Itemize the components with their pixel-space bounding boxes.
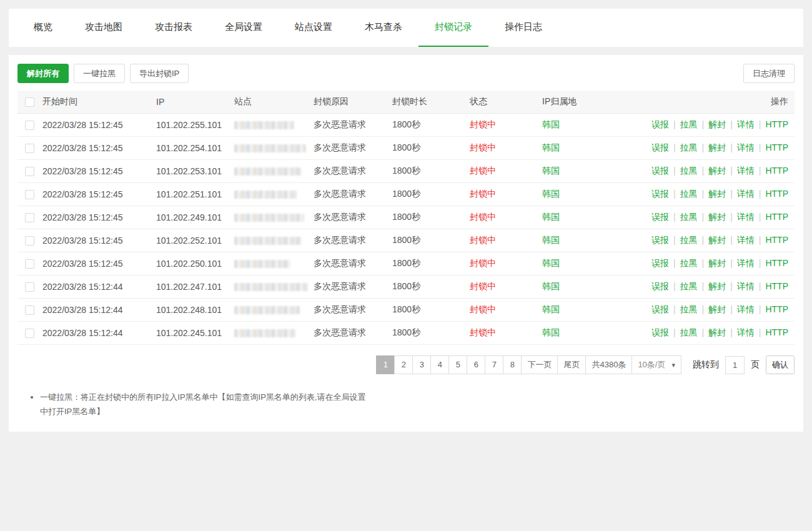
confirm-jump-button[interactable]: 确认 [766,355,795,374]
page-number-button[interactable]: 8 [503,355,522,374]
row-action-http[interactable]: HTTP [765,142,788,152]
row-action-http[interactable]: HTTP [765,304,788,314]
page-number-button[interactable]: 3 [412,355,431,374]
masked-site-name [234,260,290,268]
row-action-detail[interactable]: 详情 [737,281,755,291]
page-number-button[interactable]: 5 [448,355,467,374]
next-page-button[interactable]: 下一页 [521,355,558,374]
page-number-button[interactable]: 2 [394,355,413,374]
page-size-select[interactable]: 10条/页 ▾ [631,355,681,374]
log-clean-button[interactable]: 日志清理 [743,64,795,83]
blacklist-all-button[interactable]: 一键拉黑 [74,64,125,83]
row-action-blacklist[interactable]: 拉黑 [680,212,698,222]
row-action-http[interactable]: HTTP [765,189,788,199]
select-all-checkbox[interactable] [25,97,34,107]
row-action-detail[interactable]: 详情 [737,258,755,268]
tab-site-settings[interactable]: 站点设置 [279,9,349,47]
row-action-detail[interactable]: 详情 [737,189,755,199]
action-separator: | [669,119,680,129]
row-checkbox[interactable] [25,236,34,246]
row-ip-location: 韩国 [542,281,637,292]
row-ip: 101.202.255.101 [156,120,234,130]
row-checkbox[interactable] [25,305,34,315]
row-action-blacklist[interactable]: 拉黑 [680,327,698,337]
row-action-blacklist[interactable]: 拉黑 [680,142,698,152]
row-action-blacklist[interactable]: 拉黑 [680,281,698,291]
row-action-unblock[interactable]: 解封 [708,304,726,314]
page-number-group: 12345678 [377,355,522,374]
tab-operation-log[interactable]: 操作日志 [488,9,558,47]
row-action-http[interactable]: HTTP [765,281,788,291]
row-action-unblock[interactable]: 解封 [708,166,726,176]
table-row: 2022/03/28 15:12:45 101.202.253.101 多次恶意… [17,160,795,183]
row-action-blacklist[interactable]: 拉黑 [680,235,698,245]
unblock-all-button[interactable]: 解封所有 [17,64,69,83]
row-action-detail[interactable]: 详情 [737,212,755,222]
action-separator: | [755,166,766,176]
export-blocked-ip-button[interactable]: 导出封锁IP [130,64,189,83]
row-checkbox-cell [17,282,42,292]
row-action-blacklist[interactable]: 拉黑 [680,258,698,268]
tab-attack-report[interactable]: 攻击报表 [139,9,209,47]
row-action-misreport[interactable]: 误报 [651,235,669,245]
row-action-detail[interactable]: 详情 [737,119,755,129]
row-action-detail[interactable]: 详情 [737,142,755,152]
page-number-button[interactable]: 6 [467,355,485,374]
row-action-unblock[interactable]: 解封 [708,281,726,291]
page-number-button[interactable]: 1 [376,355,395,374]
row-site [234,329,314,337]
row-action-blacklist[interactable]: 拉黑 [680,304,698,314]
row-checkbox[interactable] [25,259,34,269]
row-checkbox[interactable] [25,190,34,199]
row-action-misreport[interactable]: 误报 [651,166,669,176]
row-action-misreport[interactable]: 误报 [651,281,669,291]
row-action-detail[interactable]: 详情 [737,327,755,337]
row-checkbox[interactable] [25,282,34,292]
row-action-unblock[interactable]: 解封 [708,212,726,222]
tab-global-settings[interactable]: 全局设置 [209,9,279,47]
row-site [234,283,314,291]
row-action-blacklist[interactable]: 拉黑 [680,189,698,199]
row-action-http[interactable]: HTTP [765,212,788,222]
row-action-http[interactable]: HTTP [765,327,788,337]
tab-overview[interactable]: 概览 [17,9,69,47]
blocked-ip-table: 开始时间 IP 站点 封锁原因 封锁时长 状态 IP归属地 操作 2022/03… [17,91,795,345]
col-header-status: 状态 [470,96,542,107]
row-action-unblock[interactable]: 解封 [708,142,726,152]
row-action-http[interactable]: HTTP [765,119,788,129]
row-action-detail[interactable]: 详情 [737,304,755,314]
row-status-badge: 封锁中 [470,212,542,223]
tab-attack-map[interactable]: 攻击地图 [69,9,139,47]
row-checkbox[interactable] [25,213,34,222]
row-action-unblock[interactable]: 解封 [708,258,726,268]
row-checkbox[interactable] [25,121,34,130]
row-action-http[interactable]: HTTP [765,166,788,176]
row-action-misreport[interactable]: 误报 [651,304,669,314]
row-action-unblock[interactable]: 解封 [708,189,726,199]
row-action-misreport[interactable]: 误报 [651,189,669,199]
page-number-button[interactable]: 7 [485,355,503,374]
row-action-misreport[interactable]: 误报 [651,119,669,129]
last-page-button[interactable]: 尾页 [557,355,586,374]
row-action-http[interactable]: HTTP [765,258,788,268]
row-action-detail[interactable]: 详情 [737,235,755,245]
row-checkbox[interactable] [25,329,34,338]
row-ip-location: 韩国 [542,166,637,177]
tab-block-records[interactable]: 封锁记录 [418,9,488,47]
row-action-misreport[interactable]: 误报 [651,142,669,152]
row-checkbox[interactable] [25,144,34,153]
row-action-http[interactable]: HTTP [765,235,788,245]
row-checkbox[interactable] [25,167,34,176]
page-number-button[interactable]: 4 [430,355,449,374]
row-action-misreport[interactable]: 误报 [651,212,669,222]
tab-trojan-scan[interactable]: 木马查杀 [349,9,418,47]
row-action-detail[interactable]: 详情 [737,166,755,176]
row-action-blacklist[interactable]: 拉黑 [680,166,698,176]
row-action-misreport[interactable]: 误报 [651,258,669,268]
row-action-unblock[interactable]: 解封 [708,327,726,337]
row-action-misreport[interactable]: 误报 [651,327,669,337]
row-action-blacklist[interactable]: 拉黑 [680,119,698,129]
row-action-unblock[interactable]: 解封 [708,235,726,245]
jump-page-input[interactable] [725,356,745,374]
row-action-unblock[interactable]: 解封 [708,119,726,129]
